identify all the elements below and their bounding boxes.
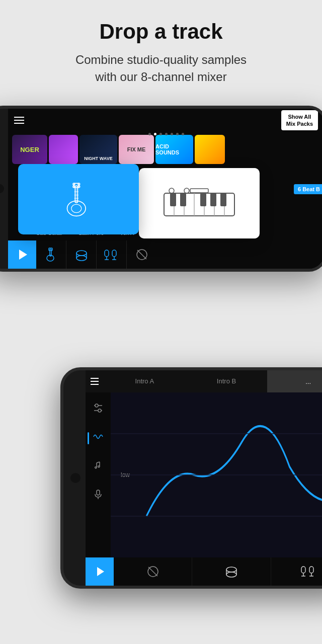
pack-item-nightwave[interactable]: NIGHT WAVE (79, 135, 117, 164)
play-icon (97, 567, 104, 576)
pack-dot (165, 133, 168, 135)
double-mic-icon (101, 247, 122, 262)
svg-point-0 (67, 201, 86, 216)
pack-item-yellow[interactable] (195, 135, 225, 164)
drum-small-icon (222, 564, 240, 579)
notes-icon[interactable] (93, 460, 104, 473)
keyboard-card[interactable] (139, 168, 260, 238)
svg-rect-49 (97, 490, 100, 495)
page-title: Drop a track (30, 20, 292, 43)
mixer-icon[interactable] (93, 403, 104, 416)
show-mix-packs-button[interactable]: Show All Mix Packs (281, 110, 318, 131)
phone2-mute-icon[interactable] (114, 557, 192, 586)
pack-item-acid[interactable]: ACID SOUNDS (155, 135, 193, 164)
mute-icon (134, 247, 149, 262)
phone2-device: Intro A Intro B ... (60, 367, 322, 589)
svg-point-56 (226, 567, 236, 572)
microphone-icon[interactable] (93, 489, 104, 502)
eq-curve-svg (111, 392, 322, 557)
phone2-double-mic-icon[interactable] (271, 557, 322, 586)
svg-point-45 (95, 404, 98, 407)
svg-rect-23 (200, 193, 206, 206)
phone1-screen: Show All Mix Packs NGER (8, 109, 322, 269)
play-button[interactable] (8, 240, 36, 269)
drum-icon (72, 247, 91, 262)
svg-point-26 (169, 188, 174, 193)
svg-point-27 (184, 188, 189, 193)
svg-rect-39 (112, 250, 116, 257)
pack-dot (171, 133, 173, 135)
header-section: Drop a track Combine studio-quality samp… (0, 0, 322, 95)
phone1-topbar: Show All Mix Packs (8, 109, 322, 132)
pack-dot (154, 133, 156, 135)
phone2-left-panel (86, 392, 111, 557)
beat-badge: 6 Beat B (294, 184, 322, 194)
phone2-wrapper: Intro A Intro B ... (60, 367, 322, 599)
phone1-device: Show All Mix Packs NGER (0, 106, 322, 272)
tab-intro-b[interactable]: Intro B (186, 370, 268, 392)
guitar-icon (53, 177, 104, 222)
tab-intro-a[interactable]: Intro A (104, 370, 186, 392)
pack-item-fixme[interactable]: FIX ME (119, 135, 154, 164)
keyboard-icon (159, 186, 239, 221)
svg-line-48 (97, 462, 100, 463)
tab-overflow[interactable]: ... (267, 370, 322, 392)
waveform-icon[interactable] (93, 431, 104, 445)
svg-rect-22 (180, 193, 186, 206)
phone1-wrapper: Show All Mix Packs NGER (0, 106, 322, 282)
mic-track-icon[interactable] (97, 240, 127, 269)
page-subtitle: Combine studio-quality samples with our … (30, 51, 292, 85)
pack-dot (182, 133, 184, 135)
svg-point-47 (98, 409, 101, 412)
phone2-bottom-bar (86, 557, 322, 586)
svg-rect-24 (210, 193, 216, 206)
phone2-tabs: Intro A Intro B ... (86, 370, 322, 392)
guitar-card[interactable] (18, 164, 139, 234)
svg-line-43 (137, 250, 146, 259)
pack-item-purple[interactable] (49, 135, 78, 164)
svg-point-1 (71, 204, 82, 213)
phone2-hamburger-icon[interactable] (86, 370, 104, 392)
hamburger-icon[interactable] (14, 117, 24, 124)
svg-point-35 (76, 256, 87, 261)
svg-point-32 (76, 251, 87, 256)
svg-point-59 (226, 572, 236, 577)
phone2-eq-area: low (111, 392, 322, 557)
svg-rect-21 (170, 193, 176, 206)
guitar-small-icon (42, 247, 60, 262)
pack-dots (8, 133, 322, 135)
svg-rect-28 (190, 189, 208, 193)
svg-rect-63 (309, 567, 313, 573)
pack-dot (148, 133, 151, 135)
pack-row: NGER NIGHT WAVE FIX ME ACID SOUNDS (8, 132, 322, 167)
guitar-track-icon[interactable] (36, 240, 66, 269)
eq-visualization: low (111, 392, 322, 557)
drum-track-icon[interactable] (66, 240, 97, 269)
play-icon (19, 250, 27, 260)
svg-rect-60 (301, 567, 305, 573)
muted-icon (145, 564, 160, 579)
svg-rect-25 (220, 193, 226, 206)
phone1-camera (0, 184, 4, 193)
double-mic-small-icon (298, 564, 321, 579)
phone2-screen: Intro A Intro B ... (86, 370, 322, 586)
pack-dot (159, 133, 162, 135)
phone2-camera (70, 473, 80, 483)
pack-dot (176, 133, 179, 135)
track-icons-row (8, 240, 322, 269)
mute-track-icon[interactable] (127, 240, 157, 269)
pack-item-nger[interactable]: NGER (12, 135, 47, 164)
svg-line-55 (148, 567, 157, 576)
svg-rect-36 (105, 250, 109, 257)
phone2-play-button[interactable] (86, 557, 114, 586)
phone2-drum-icon[interactable] (192, 557, 271, 586)
